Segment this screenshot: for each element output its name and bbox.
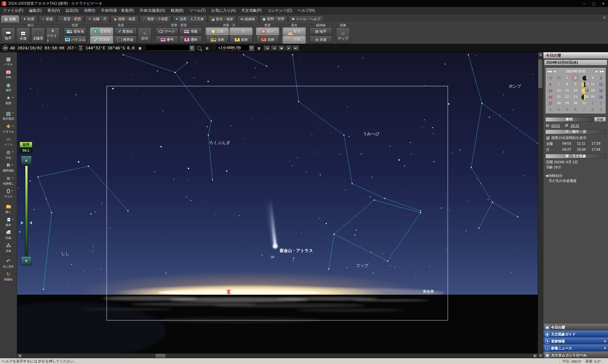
panel-bar-カスタムコントロール[interactable]: ▤カスタムコントロール	[543, 352, 608, 358]
stop-button[interactable]: ■	[278, 45, 285, 51]
tab-9[interactable]: ⊞経緯線	[237, 16, 258, 22]
scroll-down-icon[interactable]: ▼	[538, 353, 543, 358]
calendar-day-4[interactable]: 4	[554, 106, 563, 112]
twilight-start-time[interactable]: 03:51	[551, 124, 560, 128]
sidebar-item-初期化[interactable]: ↻初期化	[1, 270, 16, 283]
panel-bar-今日の暦[interactable]: ▦今日の暦	[543, 324, 608, 330]
calendar-day-14[interactable]: 14	[554, 87, 563, 93]
toolbar-collapse-button[interactable]: ▴	[602, 15, 607, 20]
calendar-day-31[interactable]: 31	[580, 100, 588, 106]
scroll-up-icon[interactable]: ▲	[538, 52, 543, 57]
sidebar-item-方位[interactable]: ⊘▼方位	[1, 148, 16, 161]
sidebar-item-共有[interactable]: ⁂共有	[1, 242, 16, 254]
toolbar-button-マーク[interactable]: マーク	[155, 28, 178, 35]
toolbar-button-太陽系[interactable]: 太陽系	[31, 28, 45, 43]
skip-to-start-button[interactable]: |◀	[263, 45, 270, 51]
menu-item-6[interactable]: 天体/太陽系(O)	[137, 7, 168, 14]
object-list-icon[interactable]: ▤	[204, 45, 210, 51]
calendar-day-2[interactable]: 2	[571, 75, 580, 81]
sidebar-item-場所[interactable]: ◉場所	[1, 81, 16, 94]
calendar-day-1[interactable]: 1	[588, 100, 597, 106]
now-clock-icon[interactable]: NOW	[79, 45, 83, 51]
calendar-day-3[interactable]: 3	[580, 75, 588, 81]
menu-item-10[interactable]: 天文現象(P)	[238, 7, 264, 14]
toolbar-button-フライト[interactable]: ✈フライト	[46, 28, 60, 43]
scroll-right-icon[interactable]: ▶	[533, 354, 538, 358]
sidebar-item-表示形式[interactable]: ▤▼表示形式	[1, 109, 16, 122]
calendar-day-25[interactable]: 25	[588, 94, 597, 100]
tab-7[interactable]: ✦流星・人工天体	[172, 16, 207, 22]
time-step-combo-arrow[interactable]: ▼	[249, 46, 254, 51]
calendar-day-5[interactable]: 5	[563, 106, 571, 112]
calendar-day-8[interactable]: 8	[588, 106, 597, 112]
dropdown-arrow-icon[interactable]: ▼	[12, 97, 14, 98]
tab-10[interactable]: ▣視野・写野	[259, 16, 288, 22]
toolbar-button-バイエル[interactable]: αβバイエル	[64, 36, 86, 43]
menu-item-4[interactable]: 視野(I)	[81, 7, 98, 14]
sidebar-item-視野回転[interactable]: R▼視野回転	[1, 161, 16, 174]
twilight-end-time[interactable]: 18:31	[571, 124, 580, 128]
zoom-in-button[interactable]: ▲	[21, 156, 32, 165]
menu-item-1[interactable]: 編集(E)	[26, 7, 44, 14]
dropdown-arrow-icon[interactable]: ▼	[12, 177, 14, 179]
search-icon[interactable]	[196, 45, 203, 51]
calendar-day-9[interactable]: 9	[597, 106, 605, 112]
toolbar-button-表示[interactable]: 表示	[256, 28, 279, 35]
zoom-out-button[interactable]: ▼	[21, 256, 32, 265]
toolbar-button-地平[interactable]: 地平	[1, 28, 15, 43]
panel-bar-天文現象ガイド[interactable]: ◍天文現象ガイド	[543, 331, 608, 337]
dropdown-arrow-icon[interactable]: ▼	[12, 125, 14, 127]
toolbar-button-星座名[interactable]: こと星座名	[90, 28, 113, 35]
toolbar-button-赤道[interactable]: ⊕赤道	[309, 36, 332, 43]
calendar-prev-year-button[interactable]: ◀◀	[546, 70, 553, 73]
sidebar-item-日時[interactable]: 31日時	[1, 68, 16, 81]
vertical-scrollbar[interactable]: ▲ ▼	[538, 52, 543, 358]
timezone-dropdown-icon[interactable]: ▽	[75, 47, 76, 49]
zoom-slider-handle-left[interactable]	[21, 221, 23, 224]
menu-item-9[interactable]: お気に入り(A)	[208, 7, 238, 14]
calendar-next-year-button[interactable]: ▶▶	[599, 70, 605, 73]
calendar-day-30[interactable]: 30	[571, 100, 580, 106]
calendar-day-23[interactable]: 23	[571, 94, 580, 100]
tab-11[interactable]: ✱ツール・ヘルプ	[288, 16, 324, 22]
horizontal-scrollbar[interactable]: ◀ ▶	[17, 353, 538, 358]
panel-bar-更新情報[interactable]: ✎更新情報✦	[543, 338, 608, 344]
menu-item-2[interactable]: 表示(V)	[44, 7, 63, 14]
field-of-view-chip[interactable]: 視野	[20, 142, 32, 147]
frame-mode-icon[interactable]: ▥	[256, 45, 262, 51]
magnitude-limit-value[interactable]: 6.0	[127, 46, 134, 50]
sidebar-item-元に戻す[interactable]: ↶元に戻す	[1, 257, 16, 270]
dropdown-arrow-icon[interactable]: ▼	[12, 218, 14, 220]
horizontal-scroll-thumb[interactable]	[155, 354, 166, 358]
calendar-day-19[interactable]: 19	[597, 87, 605, 93]
sidebar-item-マウス[interactable]: ▼マウス	[1, 187, 16, 200]
step-back-button[interactable]: ◀	[271, 45, 277, 51]
calendar-day-5[interactable]: 5	[597, 75, 605, 81]
menu-item-3[interactable]: 設定(S)	[63, 7, 81, 14]
calendar-day-1[interactable]: 1	[563, 75, 571, 81]
menu-item-5[interactable]: 天体/恒星・星座(R)	[98, 7, 137, 14]
calendar-day-27[interactable]: 27	[546, 100, 554, 106]
toolbar-button-目印[interactable]: ∿目印	[138, 28, 152, 43]
latitude-value[interactable]: 16°46'S	[108, 46, 125, 50]
resize-grip[interactable]	[603, 359, 608, 364]
dropdown-arrow-icon[interactable]: ▼	[11, 190, 13, 192]
toolbar-button-太陽[interactable]: 太陽	[206, 28, 229, 35]
toolbar-button-通称[interactable]: 名通称	[179, 36, 202, 43]
toolbar-button-赤道[interactable]: 赤道	[16, 28, 30, 43]
sidebar-item-パネル[interactable]: ▦パネル	[1, 55, 16, 68]
toolbar-button-月[interactable]: ☽月	[230, 28, 252, 35]
calendar-day-10[interactable]: 10	[580, 81, 588, 87]
dropdown-arrow-icon[interactable]: ▼	[12, 112, 14, 114]
toolbar-button-固有名[interactable]: ベガ固有名	[64, 28, 86, 35]
calendar-prev-month-button[interactable]: ◀	[553, 70, 557, 73]
calendar-day-8[interactable]: 8	[563, 81, 571, 87]
time-step-combobox[interactable]: ±1分40秒/秒 ▼	[217, 45, 254, 51]
tab-2[interactable]: ✧星座	[39, 16, 56, 22]
calendar-day-21[interactable]: 21	[554, 94, 563, 100]
panel-bar-新着ニュース[interactable]: i新着ニュース✦	[543, 345, 608, 351]
calendar-day-9[interactable]: 9	[571, 81, 580, 87]
sidebar-item-保存[interactable]: ▼保存	[1, 216, 16, 229]
tab-3[interactable]: ◌星雲・星団	[57, 16, 84, 22]
datetime-value[interactable]: 2024/10/02 03:50:00	[17, 46, 65, 50]
